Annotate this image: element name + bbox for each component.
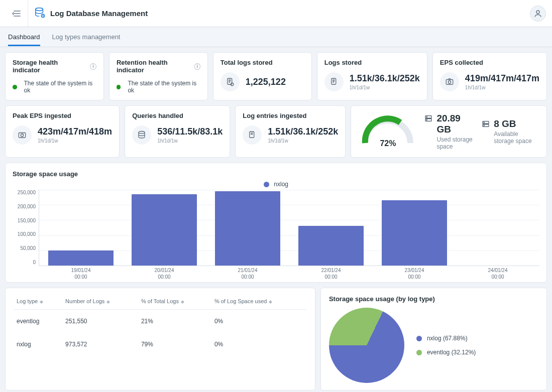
bar[interactable] [298,226,363,266]
document-icon [324,72,344,91]
legend-dot-icon [416,336,422,341]
document-icon [220,72,240,91]
cell-log-type: eventlog [14,310,62,333]
cell-pct-space: 0% [211,310,307,333]
bar[interactable] [48,250,113,266]
available-storage-label: Available storage space [494,130,537,145]
metric-sub: 1h/1d/1w [268,138,338,144]
table-header[interactable]: Log type◆ [14,293,62,310]
cell-pct-space: 0% [211,333,307,356]
metric-sub: 1h/1d/1w [350,85,420,90]
used-storage-label: Used storage space [436,136,473,150]
legend-dot-icon [264,182,269,187]
card-retention-health: Retention health indicator i The state o… [109,52,208,100]
tab-log-types[interactable]: Log types management [52,28,121,46]
bar-column: 23/01/2400:00 [373,190,456,266]
card-storage-health: Storage health indicator i The state of … [5,52,104,100]
status-dot-ok [13,85,17,89]
status-text: The state of the system is ok [24,80,96,94]
bar[interactable] [132,194,196,266]
user-avatar[interactable] [530,6,546,22]
legend-item: eventlog (32.12%) [416,349,476,356]
bar-column: 24/01/2400:00 [456,190,539,266]
table-row: eventlog 251,550 21% 0% [14,310,307,333]
svg-rect-8 [19,133,26,138]
card-entries-ingested: Log entries ingested 1.51k/36.1k/252k 1h… [235,105,346,158]
pie-chart [329,308,404,383]
cell-count: 973,572 [62,333,138,356]
table-header[interactable]: % of Log Space used◆ [211,293,307,310]
svg-rect-6 [446,80,453,85]
info-icon[interactable]: i [194,63,200,70]
x-axis-label: 20/01/2400:00 [123,266,206,280]
svg-rect-11 [250,132,254,138]
svg-point-0 [36,8,43,11]
sort-icon: ◆ [269,299,272,304]
svg-point-9 [21,134,23,137]
legend-label: nxlog [274,181,288,188]
card-total-logs: Total logs stored 1,225,122 [213,52,312,100]
card-logs-stored: Logs stored 1.51k/36.1k/252k 1h/1d/1w [317,52,427,100]
tab-dashboard[interactable]: Dashboard [8,28,40,46]
card-title: Logs stored [324,59,420,66]
card-storage-gauge: 72% 20.89 GB Used storage space 8 GB Ava… [351,105,547,158]
table-header[interactable]: % of Total Logs◆ [138,293,211,310]
svg-point-10 [139,132,145,134]
log-type-table: Log type◆ Number of Logs◆ % of Total Log… [5,288,315,390]
metric-value: 1,225,122 [246,77,286,87]
bar[interactable] [215,191,280,266]
info-icon[interactable]: i [90,63,96,70]
camera-icon [440,72,459,91]
legend-item: nxlog (67.88%) [416,335,476,342]
card-title: EPS collected [440,59,539,66]
storage-icon [482,120,490,129]
chart-title: Storage space usage [13,170,539,178]
bar[interactable] [382,200,447,266]
menu-toggle-icon[interactable] [6,0,28,27]
page-title: Log Database Management [50,9,148,18]
metric-value: 1.51k/36.1k/252k [268,126,338,137]
sort-icon: ◆ [106,299,110,304]
cell-pct-total: 79% [138,333,211,356]
storage-usage-chart: Storage space usage nxlog 050,000100,000… [5,163,547,283]
x-axis-label: 19/01/2400:00 [39,266,123,280]
metric-value: 423m/417m/418m [38,126,112,137]
storage-by-type-card: Storage space usage (by log type) nxlog … [320,288,547,390]
database-icon [132,125,151,145]
cell-log-type: nxlog [14,333,62,356]
bar-column: 22/01/2400:00 [289,190,373,266]
available-storage-value: 8 GB [494,118,537,129]
card-title: Log entries ingested [243,112,338,119]
svg-point-2 [536,11,539,14]
svg-point-18 [484,122,484,122]
cell-count: 251,550 [62,310,138,333]
sort-icon: ◆ [181,299,184,304]
sort-icon: ◆ [40,299,43,304]
table-row: nxlog 973,572 79% 0% [14,333,307,356]
x-axis-label: 21/01/2400:00 [206,266,289,280]
svg-point-15 [426,119,427,120]
storage-icon [424,114,432,124]
metric-sub: 1h/1d/1w [38,138,112,144]
legend-label: nxlog (67.88%) [427,335,468,342]
x-axis-label: 22/01/2400:00 [289,266,373,280]
svg-point-14 [426,116,427,117]
table-header[interactable]: Number of Logs◆ [62,293,138,310]
camera-icon [13,125,32,145]
legend-dot-icon [416,350,422,355]
status-text: The state of the system is ok [128,80,200,94]
legend-label: eventlog (32.12%) [427,349,476,356]
x-axis-label: 24/01/2400:00 [456,266,539,280]
card-title: Queries handled [132,112,223,119]
card-title: Storage health indicator [13,59,87,74]
bar-column: 20/01/2400:00 [123,190,206,266]
card-title: Total logs stored [220,59,304,66]
metric-value: 419m/417m/417m [465,73,539,84]
tab-bar: Dashboard Log types management [0,27,552,47]
svg-rect-5 [331,78,336,84]
cell-pct-total: 21% [138,310,211,333]
bar-column: 21/01/2400:00 [206,190,289,266]
card-peak-eps: Peak EPS ingested 423m/417m/418m 1h/1d/1… [5,105,120,158]
card-title: Peak EPS ingested [13,112,112,119]
document-icon [243,125,262,145]
